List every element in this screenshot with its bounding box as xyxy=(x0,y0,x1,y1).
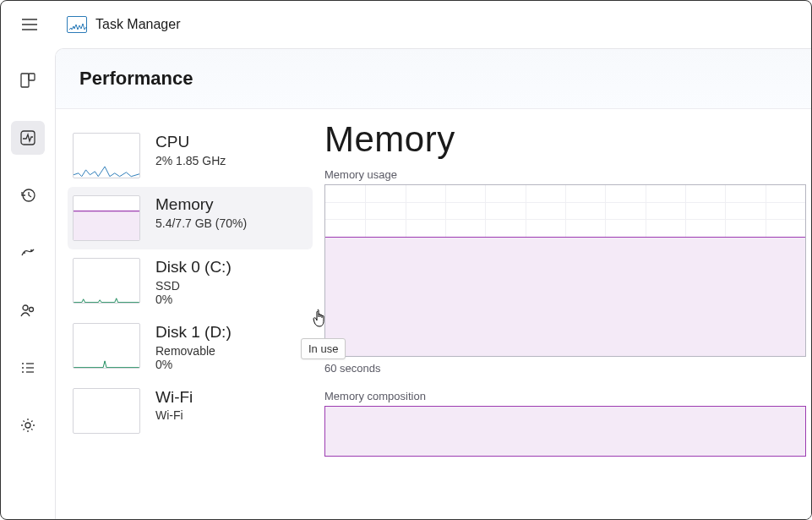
nav-details[interactable] xyxy=(11,351,45,385)
perf-item-sub: Wi-Fi xyxy=(155,408,193,422)
users-icon xyxy=(19,302,36,319)
nav-startup[interactable] xyxy=(11,236,45,270)
wifi-thumb xyxy=(73,388,140,434)
performance-list[interactable]: CPU 2% 1.85 GHz Memory 5.4/7.7 GB (70%) xyxy=(56,109,318,519)
app-logo xyxy=(67,16,87,33)
nav-performance[interactable] xyxy=(11,121,45,155)
perf-item-memory[interactable]: Memory 5.4/7.7 GB (70%) xyxy=(68,187,313,249)
perf-item-name: Disk 1 (D:) xyxy=(155,323,232,342)
history-icon xyxy=(19,187,36,204)
perf-item-sub: 2% 1.85 GHz xyxy=(155,154,226,167)
cpu-thumb xyxy=(73,133,140,178)
perf-item-sub2: 0% xyxy=(155,358,232,371)
memory-thumb xyxy=(73,195,140,241)
perf-item-disk0[interactable]: Disk 0 (C:) SSD 0% xyxy=(68,249,313,315)
performance-icon xyxy=(19,129,36,146)
perf-item-sub: 5.4/7.7 GB (70%) xyxy=(155,216,247,230)
startup-icon xyxy=(19,244,36,261)
svg-point-15 xyxy=(22,371,24,373)
memory-detail-panel: Memory Memory usage 60 seconds Memory co… xyxy=(318,109,811,519)
memory-composition-chart xyxy=(324,406,806,457)
x-axis-label: 60 seconds xyxy=(324,362,806,375)
tooltip-in-use: In use xyxy=(301,338,346,359)
app-title: Task Manager xyxy=(95,17,181,32)
perf-item-sub2: 0% xyxy=(155,293,232,306)
svg-rect-3 xyxy=(21,74,29,87)
composition-chart-label: Memory composition xyxy=(324,390,806,402)
svg-point-17 xyxy=(25,423,30,428)
nav-processes[interactable] xyxy=(11,63,45,97)
services-icon xyxy=(19,417,36,434)
usage-chart-label: Memory usage xyxy=(324,168,806,181)
perf-item-sub: SSD xyxy=(155,279,232,293)
page-header: Performance xyxy=(56,49,811,109)
svg-point-7 xyxy=(24,252,25,254)
perf-item-disk1[interactable]: Disk 1 (D:) Removable 0% xyxy=(68,315,313,380)
perf-item-name: Disk 0 (C:) xyxy=(155,258,232,277)
svg-point-13 xyxy=(22,367,24,369)
svg-point-10 xyxy=(30,308,34,312)
perf-item-name: Wi-Fi xyxy=(155,388,193,408)
svg-point-8 xyxy=(30,249,32,251)
processes-icon xyxy=(19,72,36,89)
page-title: Performance xyxy=(79,68,787,90)
detail-heading: Memory xyxy=(324,119,806,160)
content-area: Performance CPU 2% 1.85 GHz Memory xyxy=(55,48,811,519)
perf-item-name: Memory xyxy=(155,195,247,215)
hamburger-icon xyxy=(22,19,37,30)
perf-item-sub: Removable xyxy=(155,344,232,358)
disk1-thumb xyxy=(73,323,140,369)
nav-app-history[interactable] xyxy=(11,178,45,212)
svg-rect-18 xyxy=(74,211,139,241)
nav-services[interactable] xyxy=(11,408,45,442)
nav-rail xyxy=(1,48,55,519)
menu-button[interactable] xyxy=(13,8,46,41)
disk0-thumb xyxy=(73,258,140,304)
perf-item-wifi[interactable]: Wi-Fi Wi-Fi xyxy=(68,380,313,442)
perf-item-cpu[interactable]: CPU 2% 1.85 GHz xyxy=(68,124,313,187)
svg-rect-4 xyxy=(29,74,35,80)
svg-point-11 xyxy=(22,363,24,364)
memory-usage-chart xyxy=(324,184,806,357)
titlebar: Task Manager xyxy=(1,1,811,48)
perf-item-name: CPU xyxy=(155,133,226,152)
details-icon xyxy=(19,359,36,376)
svg-point-9 xyxy=(23,305,28,310)
nav-users[interactable] xyxy=(11,293,45,327)
